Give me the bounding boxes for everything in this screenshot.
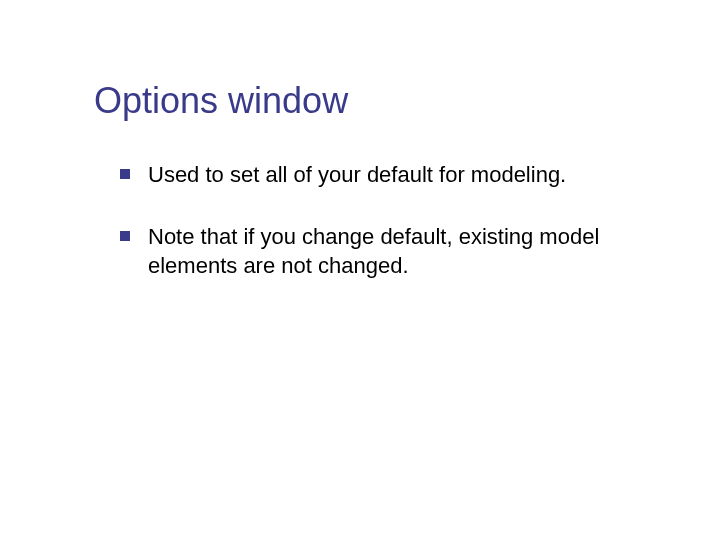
list-item: Used to set all of your default for mode… bbox=[120, 160, 630, 190]
bullet-list: Used to set all of your default for mode… bbox=[90, 160, 630, 281]
list-item: Note that if you change default, existin… bbox=[120, 222, 630, 281]
square-bullet-icon bbox=[120, 231, 130, 241]
slide-title: Options window bbox=[94, 80, 630, 122]
bullet-text: Used to set all of your default for mode… bbox=[148, 162, 566, 187]
bullet-text: Note that if you change default, existin… bbox=[148, 224, 599, 279]
square-bullet-icon bbox=[120, 169, 130, 179]
slide-container: Options window Used to set all of your d… bbox=[0, 0, 720, 281]
